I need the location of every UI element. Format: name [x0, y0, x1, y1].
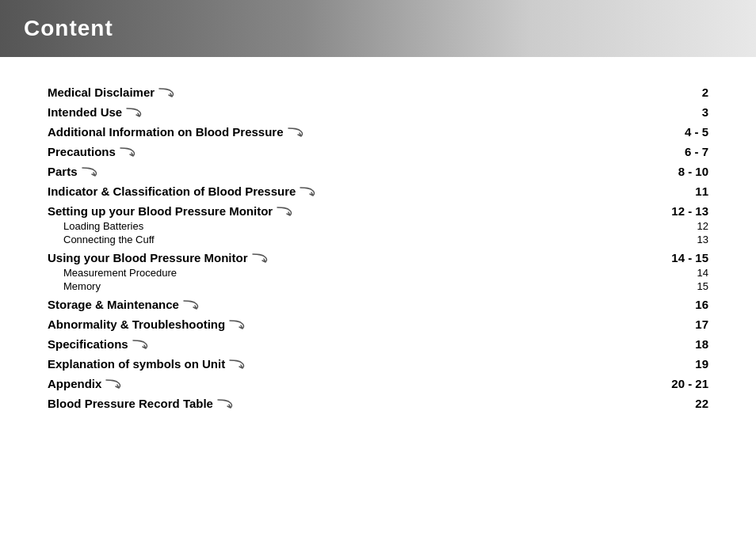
toc-item-additional-info[interactable]: Additional Information on Blood Pressure… [48, 120, 708, 140]
toc-sublabel-using-monitor-1: Memory [48, 280, 101, 292]
toc-subitem-using-monitor-1[interactable]: Memory15 [48, 280, 708, 293]
toc-page-explanation-symbols: 19 [645, 357, 708, 371]
toc-item-parts[interactable]: Parts 8 - 10 [48, 160, 708, 180]
arrow-icon [276, 206, 293, 217]
arrow-icon [81, 166, 98, 177]
toc-page-abnormality-troubleshooting: 17 [645, 318, 708, 331]
toc-page-medical-disclaimer: 2 [645, 86, 708, 99]
toc-page-parts: 8 - 10 [645, 165, 708, 178]
toc-label-abnormality-troubleshooting: Abnormality & Troubleshooting [48, 318, 225, 331]
toc-page-indicator-classification: 11 [645, 184, 708, 198]
toc-label-blood-pressure-record: Blood Pressure Record Table [48, 397, 213, 410]
arrow-icon [125, 107, 143, 118]
toc-sublabel-using-monitor-0: Measurement Procedure [48, 267, 177, 279]
arrow-icon [182, 299, 200, 310]
toc-item-precautions[interactable]: Precautions 6 - 7 [48, 140, 708, 160]
arrow-icon [299, 186, 316, 197]
arrow-icon [228, 319, 246, 330]
arrow-icon [119, 146, 136, 158]
arrow-icon [228, 359, 246, 370]
toc-page-precautions: 6 - 7 [645, 145, 708, 158]
toc-item-indicator-classification[interactable]: Indicator & Classification of Blood Pres… [48, 180, 708, 200]
toc-subpage-using-monitor-1: 15 [645, 280, 708, 292]
toc-area: Medical Disclaimer 2Intended Use 3Additi… [0, 81, 756, 412]
arrow-icon [287, 127, 304, 138]
toc-item-medical-disclaimer[interactable]: Medical Disclaimer 2 [48, 81, 708, 101]
toc-item-blood-pressure-record[interactable]: Blood Pressure Record Table 22 [48, 392, 708, 412]
toc-item-explanation-symbols[interactable]: Explanation of symbols on Unit 19 [48, 352, 708, 372]
toc-item-setting-up[interactable]: Setting up your Blood Pressure Monitor 1… [48, 200, 708, 219]
toc-page-additional-info: 4 - 5 [645, 125, 708, 139]
toc-sublabel-setting-up-1: Connecting the Cuff [48, 234, 155, 245]
arrow-icon [251, 253, 269, 264]
toc-item-appendix[interactable]: Appendix 20 - 21 [48, 372, 708, 392]
toc-label-specifications: Specifications [48, 337, 128, 351]
table-of-contents: Medical Disclaimer 2Intended Use 3Additi… [48, 81, 708, 412]
page-title: Content [24, 16, 113, 41]
toc-page-setting-up: 12 - 13 [645, 204, 708, 218]
toc-item-using-monitor[interactable]: Using your Blood Pressure Monitor 14 - 1… [48, 246, 708, 266]
toc-subpage-setting-up-0: 12 [645, 220, 708, 232]
toc-label-additional-info: Additional Information on Blood Pressure [48, 125, 284, 139]
toc-label-appendix: Appendix [48, 377, 101, 390]
toc-label-medical-disclaimer: Medical Disclaimer [48, 86, 155, 99]
toc-label-storage-maintenance: Storage & Maintenance [48, 298, 179, 311]
toc-subpage-using-monitor-0: 14 [645, 267, 708, 279]
toc-label-using-monitor: Using your Blood Pressure Monitor [48, 251, 248, 264]
toc-page-appendix: 20 - 21 [645, 377, 708, 390]
toc-label-indicator-classification: Indicator & Classification of Blood Pres… [48, 184, 296, 198]
toc-page-intended-use: 3 [645, 105, 708, 119]
toc-page-using-monitor: 14 - 15 [645, 251, 708, 264]
toc-item-specifications[interactable]: Specifications 18 [48, 333, 708, 352]
toc-page-storage-maintenance: 16 [645, 298, 708, 311]
arrow-icon [132, 339, 149, 350]
toc-page-blood-pressure-record: 22 [645, 397, 708, 410]
toc-item-intended-use[interactable]: Intended Use 3 [48, 101, 708, 120]
toc-sublabel-setting-up-0: Loading Batteries [48, 220, 143, 232]
toc-subpage-setting-up-1: 13 [645, 234, 708, 245]
toc-label-precautions: Precautions [48, 145, 116, 158]
toc-label-parts: Parts [48, 165, 78, 178]
toc-item-abnormality-troubleshooting[interactable]: Abnormality & Troubleshooting 17 [48, 313, 708, 333]
arrow-icon [105, 378, 122, 390]
toc-label-setting-up: Setting up your Blood Pressure Monitor [48, 204, 273, 218]
toc-subitem-using-monitor-0[interactable]: Measurement Procedure14 [48, 266, 708, 280]
page: Content Medical Disclaimer 2Intended Use… [0, 0, 756, 540]
toc-page-specifications: 18 [645, 337, 708, 351]
toc-subitem-setting-up-1[interactable]: Connecting the Cuff13 [48, 233, 708, 246]
toc-label-explanation-symbols: Explanation of symbols on Unit [48, 357, 225, 371]
toc-item-storage-maintenance[interactable]: Storage & Maintenance 16 [48, 293, 708, 313]
arrow-icon [216, 398, 234, 409]
toc-label-intended-use: Intended Use [48, 105, 122, 119]
header-banner: Content [0, 0, 756, 57]
arrow-icon [158, 87, 175, 98]
toc-subitem-setting-up-0[interactable]: Loading Batteries12 [48, 219, 708, 233]
